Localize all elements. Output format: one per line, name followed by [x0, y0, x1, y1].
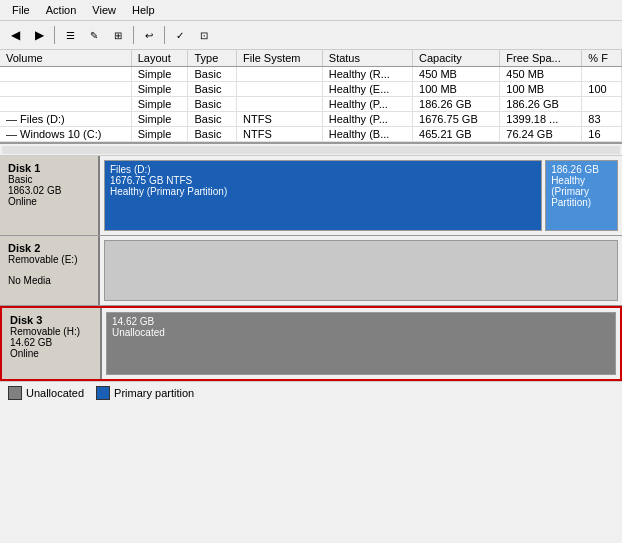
table-cell-0-0 [0, 67, 131, 82]
col-volume[interactable]: Volume [0, 50, 131, 67]
menu-file[interactable]: File [4, 2, 38, 18]
action-button-6[interactable]: ⊡ [193, 24, 215, 46]
menu-view[interactable]: View [84, 2, 124, 18]
table-cell-1-3 [237, 82, 323, 97]
table-cell-1-1: Simple [131, 82, 188, 97]
disk1-name: Disk 1 [8, 162, 90, 174]
table-row[interactable]: SimpleBasicHealthy (P...186.26 GB186.26 … [0, 97, 622, 112]
disk3-row: Disk 3 Removable (H:) 14.62 GB Online 14… [0, 306, 622, 381]
table-cell-4-7: 16 [582, 127, 622, 142]
table-cell-1-0 [0, 82, 131, 97]
table-cell-2-2: Basic [188, 97, 237, 112]
horizontal-scrollbar[interactable] [0, 144, 622, 156]
table-cell-1-2: Basic [188, 82, 237, 97]
table-cell-4-2: Basic [188, 127, 237, 142]
disk1-size: 1863.02 GB [8, 185, 90, 196]
menu-action[interactable]: Action [38, 2, 85, 18]
disk2-partitions [100, 236, 622, 305]
table-cell-2-5: 186.26 GB [413, 97, 500, 112]
disk3-p1-size: 14.62 GB [112, 316, 610, 327]
table-cell-2-0 [0, 97, 131, 112]
disk2-name: Disk 2 [8, 242, 90, 254]
disk2-row: Disk 2 Removable (E:) No Media [0, 236, 622, 306]
action-button-2[interactable]: ✎ [83, 24, 105, 46]
table-cell-3-3: NTFS [237, 112, 323, 127]
menu-help[interactable]: Help [124, 2, 163, 18]
separator-3 [164, 26, 165, 44]
table-cell-2-3 [237, 97, 323, 112]
table-row[interactable]: — Windows 10 (C:)SimpleBasicNTFSHealthy … [0, 127, 622, 142]
col-pct[interactable]: % F [582, 50, 622, 67]
legend: Unallocated Primary partition [0, 381, 622, 404]
disk3-size: 14.62 GB [10, 337, 92, 348]
table-cell-4-4: Healthy (B... [322, 127, 412, 142]
disk-panels: Disk 1 Basic 1863.02 GB Online Files (D:… [0, 156, 622, 381]
col-free[interactable]: Free Spa... [500, 50, 582, 67]
table-row[interactable]: SimpleBasicHealthy (E...100 MB100 MB100 [0, 82, 622, 97]
legend-unallocated: Unallocated [8, 386, 84, 400]
disk3-partition-1[interactable]: 14.62 GB Unallocated [106, 312, 616, 375]
disk1-status: Online [8, 196, 90, 207]
disk1-partition-2[interactable]: 186.26 GB Healthy (Primary Partition) [545, 160, 618, 231]
table-cell-4-0: — Windows 10 (C:) [0, 127, 131, 142]
legend-unalloc-label: Unallocated [26, 387, 84, 399]
disk2-no-media [104, 240, 618, 301]
disk3-partitions: 14.62 GB Unallocated [102, 308, 620, 379]
scrollbar-track [2, 146, 620, 154]
menu-bar: File Action View Help [0, 0, 622, 21]
back-button[interactable]: ◀ [4, 24, 26, 46]
table-cell-3-0: — Files (D:) [0, 112, 131, 127]
table-cell-4-5: 465.21 GB [413, 127, 500, 142]
disk3-name: Disk 3 [10, 314, 92, 326]
separator-2 [133, 26, 134, 44]
table-header-row: Volume Layout Type File System Status Ca… [0, 50, 622, 67]
action-button-4[interactable]: ↩ [138, 24, 160, 46]
col-filesystem[interactable]: File System [237, 50, 323, 67]
disk1-partition-1[interactable]: Files (D:) 1676.75 GB NTFS Healthy (Prim… [104, 160, 542, 231]
disk2-info: Disk 2 Removable (E:) No Media [0, 236, 100, 305]
table-cell-4-3: NTFS [237, 127, 323, 142]
col-status[interactable]: Status [322, 50, 412, 67]
table-row[interactable]: — Files (D:)SimpleBasicNTFSHealthy (P...… [0, 112, 622, 127]
table-cell-1-6: 100 MB [500, 82, 582, 97]
action-button-5[interactable]: ✓ [169, 24, 191, 46]
col-layout[interactable]: Layout [131, 50, 188, 67]
disk3-info: Disk 3 Removable (H:) 14.62 GB Online [2, 308, 102, 379]
legend-primary-box [96, 386, 110, 400]
table-cell-3-1: Simple [131, 112, 188, 127]
disk2-type: Removable (E:) [8, 254, 90, 265]
disk1-p1-label: Files (D:) [110, 164, 536, 175]
col-capacity[interactable]: Capacity [413, 50, 500, 67]
action-button-1[interactable]: ☰ [59, 24, 81, 46]
table-body: SimpleBasicHealthy (R...450 MB450 MBSimp… [0, 67, 622, 142]
legend-primary: Primary partition [96, 386, 194, 400]
action-button-3[interactable]: ⊞ [107, 24, 129, 46]
table-cell-2-6: 186.26 GB [500, 97, 582, 112]
forward-button[interactable]: ▶ [28, 24, 50, 46]
disk1-p2-status: Healthy (Primary Partition) [551, 175, 612, 208]
table-cell-0-7 [582, 67, 622, 82]
volume-table-container: Volume Layout Type File System Status Ca… [0, 50, 622, 144]
separator-1 [54, 26, 55, 44]
disk1-info: Disk 1 Basic 1863.02 GB Online [0, 156, 100, 235]
table-cell-1-4: Healthy (E... [322, 82, 412, 97]
table-cell-3-4: Healthy (P... [322, 112, 412, 127]
table-cell-0-1: Simple [131, 67, 188, 82]
disk3-p1-status: Unallocated [112, 327, 610, 338]
table-cell-3-7: 83 [582, 112, 622, 127]
table-cell-0-4: Healthy (R... [322, 67, 412, 82]
table-cell-0-6: 450 MB [500, 67, 582, 82]
disk3-type: Removable (H:) [10, 326, 92, 337]
table-row[interactable]: SimpleBasicHealthy (R...450 MB450 MB [0, 67, 622, 82]
table-cell-3-2: Basic [188, 112, 237, 127]
col-type[interactable]: Type [188, 50, 237, 67]
table-cell-2-1: Simple [131, 97, 188, 112]
table-cell-0-2: Basic [188, 67, 237, 82]
disk1-p1-size: 1676.75 GB NTFS [110, 175, 536, 186]
legend-primary-label: Primary partition [114, 387, 194, 399]
legend-unalloc-box [8, 386, 22, 400]
table-cell-0-5: 450 MB [413, 67, 500, 82]
disk1-type: Basic [8, 174, 90, 185]
table-cell-2-4: Healthy (P... [322, 97, 412, 112]
disk1-partitions: Files (D:) 1676.75 GB NTFS Healthy (Prim… [100, 156, 622, 235]
